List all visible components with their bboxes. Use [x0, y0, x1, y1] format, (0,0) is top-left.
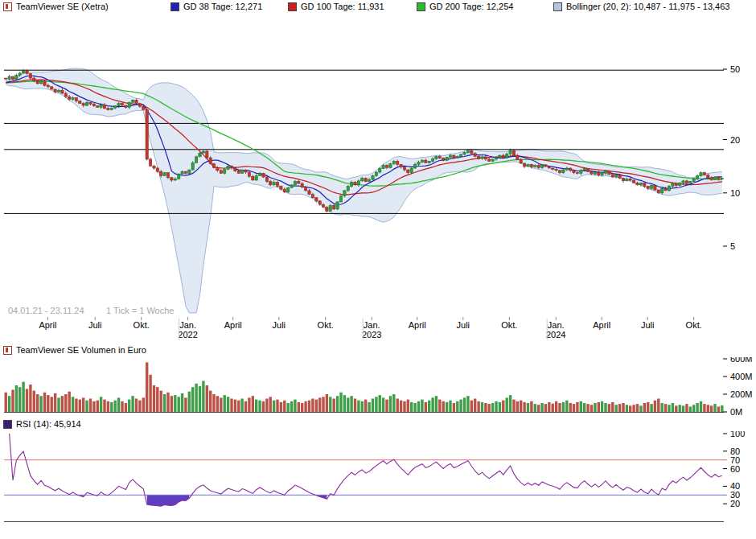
svg-text:20: 20: [730, 135, 740, 145]
svg-text:600M: 600M: [730, 357, 753, 364]
instrument-label: TeamViewer SE (Xetra): [16, 2, 109, 11]
svg-text:Okt.: Okt.: [686, 320, 702, 330]
bollinger-band: [6, 68, 722, 313]
bollinger-label: Bollinger (20, 2): 10,487 - 11,975 - 13,…: [566, 2, 729, 11]
svg-text:100: 100: [730, 431, 745, 438]
main-x-axis: AprilJuliOkt.Jan.2022AprilJuliOkt.Jan.20…: [39, 317, 701, 339]
gd200-swatch-icon: [417, 2, 425, 11]
rsi-label: RSI (14): 45,914: [16, 419, 81, 429]
gd38-swatch-icon: [171, 2, 179, 11]
svg-text:Juli: Juli: [88, 320, 102, 330]
svg-text:April: April: [593, 320, 610, 330]
volume-legend: TeamViewer SE Volumen in Euro: [0, 345, 756, 357]
svg-text:50: 50: [730, 64, 740, 74]
svg-text:2024: 2024: [546, 330, 565, 339]
svg-text:60: 60: [730, 464, 740, 474]
date-range-note: 04.01.21 - 23.11.241 Tick = 1 Woche: [8, 306, 174, 315]
rsi-chart-canvas[interactable]: 100806040207030: [0, 431, 756, 531]
svg-text:Juli: Juli: [273, 320, 286, 330]
svg-text:Okt.: Okt.: [134, 320, 150, 330]
instrument-candle-icon: [3, 2, 12, 11]
legend-gd38: GD 38 Tage: 12,271: [171, 2, 262, 11]
svg-text:04.01.21 - 23.11.24: 04.01.21 - 23.11.24: [8, 306, 84, 315]
svg-text:0M: 0M: [730, 407, 742, 417]
svg-text:2022: 2022: [178, 330, 197, 339]
rsi-oversold-fill: [80, 495, 327, 506]
svg-text:Jan.: Jan.: [364, 320, 380, 330]
svg-text:10: 10: [730, 188, 740, 198]
svg-text:Juli: Juli: [457, 320, 470, 330]
svg-text:400M: 400M: [730, 372, 753, 381]
legend-gd200: GD 200 Tage: 12,254: [417, 2, 513, 11]
gd200-label: GD 200 Tage: 12,254: [429, 2, 513, 11]
rsi-axis: 100806040207030: [4, 431, 745, 522]
main-chart-legend: TeamViewer SE (Xetra) GD 38 Tage: 12,271…: [0, 2, 756, 14]
svg-text:1 Tick = 1 Woche: 1 Tick = 1 Woche: [106, 306, 174, 315]
volume-bar-icon: [3, 346, 12, 355]
svg-text:200M: 200M: [730, 389, 753, 399]
svg-text:30: 30: [730, 490, 740, 500]
rsi-legend: RSI (14): 45,914: [0, 419, 756, 431]
gd38-label: GD 38 Tage: 12,271: [183, 2, 262, 11]
svg-text:5: 5: [730, 241, 735, 251]
gd100-swatch-icon: [288, 2, 297, 11]
rsi-swatch-icon: [3, 420, 12, 429]
svg-text:April: April: [409, 320, 426, 330]
svg-text:April: April: [39, 320, 56, 330]
svg-text:April: April: [224, 320, 242, 330]
svg-text:Jan.: Jan.: [548, 320, 565, 330]
svg-text:Jan.: Jan.: [179, 320, 196, 330]
volume-bars: [5, 362, 724, 412]
volume-chart-canvas[interactable]: 600M400M200M0M: [0, 357, 756, 422]
svg-text:Juli: Juli: [641, 320, 655, 330]
svg-text:70: 70: [730, 455, 740, 465]
volume-label: TeamViewer SE Volumen in Euro: [16, 345, 146, 355]
chart-tool: TeamViewer SE (Xetra) GD 38 Tage: 12,271…: [0, 0, 756, 539]
svg-text:2023: 2023: [362, 330, 381, 339]
legend-gd100: GD 100 Tage: 11,931: [288, 2, 384, 11]
main-y-axis: 5020105: [723, 64, 740, 251]
legend-instrument: TeamViewer SE (Xetra): [3, 2, 109, 11]
gd100-label: GD 100 Tage: 11,931: [301, 2, 384, 11]
bollinger-swatch-icon: [553, 2, 562, 11]
svg-text:Okt.: Okt.: [318, 320, 334, 330]
svg-text:Okt.: Okt.: [501, 320, 517, 330]
legend-bollinger: Bollinger (20, 2): 10,487 - 11,975 - 13,…: [553, 2, 729, 11]
main-chart-canvas[interactable]: 5020105AprilJuliOkt.Jan.2022AprilJuliOkt…: [0, 13, 756, 344]
rsi-threshold-lines: [4, 460, 724, 496]
svg-text:20: 20: [730, 499, 740, 508]
